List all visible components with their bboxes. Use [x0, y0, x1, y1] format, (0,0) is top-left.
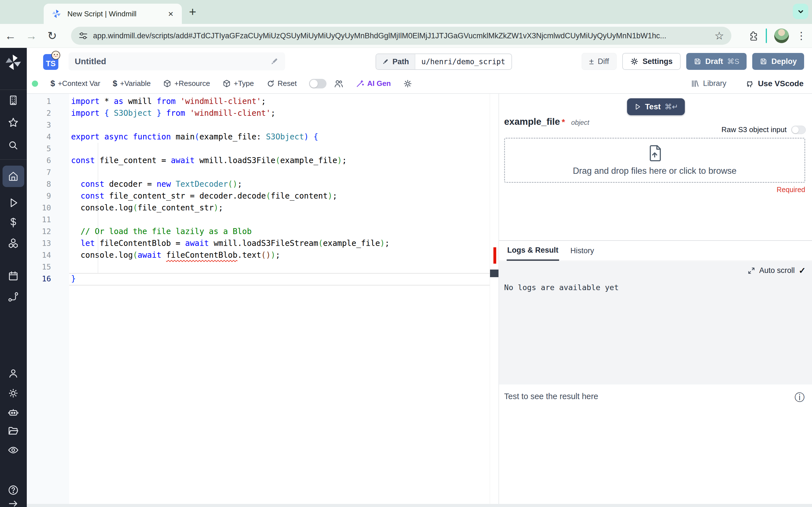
- sidebar-item-calendar[interactable]: [8, 270, 19, 282]
- auto-scroll-control[interactable]: Auto scroll ✓: [748, 266, 806, 276]
- line-number: 3: [27, 119, 51, 131]
- tab-close-icon[interactable]: ×: [166, 9, 175, 19]
- code-token: ): [327, 191, 333, 201]
- code-line[interactable]: const file_content = await wmill.loadS3F…: [71, 155, 487, 166]
- info-icon[interactable]: ⓘ: [795, 391, 805, 404]
- bottom-scrollbar-track[interactable]: [27, 504, 812, 507]
- code-token: (: [133, 250, 138, 260]
- code-line[interactable]: console.log(file_content_str);: [71, 202, 487, 214]
- reset-button[interactable]: Reset: [266, 79, 297, 88]
- browser-toolbar: ← → ↻ app.windmill.dev/scripts/add#JTdCJ…: [0, 24, 812, 48]
- test-button[interactable]: Test ⌘↵: [627, 98, 685, 115]
- reload-icon[interactable]: ↻: [42, 29, 63, 42]
- code-token: 'windmill-client': [181, 97, 261, 106]
- sidebar-item-help[interactable]: [8, 485, 19, 496]
- sidebar-item-star[interactable]: [8, 117, 19, 128]
- code-line[interactable]: export async function main(example_file:…: [71, 131, 487, 143]
- code-line[interactable]: import * as wmill from 'windmill-client'…: [71, 96, 487, 107]
- tab-history[interactable]: History: [570, 241, 594, 261]
- raw-s3-label: Raw S3 object input: [721, 125, 786, 134]
- add-context-var-button[interactable]: $ +Context Var: [50, 79, 100, 88]
- multiplayer-toggle[interactable]: [309, 79, 326, 89]
- add-resource-button[interactable]: +Resource: [163, 79, 210, 88]
- sidebar-item-arrow-right[interactable]: [8, 498, 19, 507]
- cube-icon: [222, 79, 231, 88]
- tab-search-button[interactable]: [793, 4, 808, 19]
- address-bar[interactable]: app.windmill.dev/scripts/add#JTdCJTIyaGF…: [71, 27, 731, 45]
- diff-icon: ±: [589, 57, 594, 66]
- profile-avatar[interactable]: [774, 29, 789, 43]
- code-line[interactable]: import { S3Object } from 'windmill-clien…: [71, 107, 487, 119]
- browser-tab-windmill[interactable]: New Script | Windmill ×: [44, 4, 182, 24]
- folder-icon: [8, 425, 19, 437]
- add-type-button[interactable]: +Type: [222, 79, 254, 88]
- sidebar-divider: [0, 90, 27, 90]
- code-token: [128, 132, 133, 142]
- sidebar-item-robot[interactable]: [8, 407, 19, 418]
- url-text[interactable]: app.windmill.dev/scripts/add#JTdCJTIyaGF…: [93, 32, 709, 40]
- sidebar-item-eye[interactable]: [8, 445, 19, 456]
- code-token: (: [275, 156, 280, 165]
- path-label-segment[interactable]: Path: [376, 54, 415, 69]
- ai-gen-button[interactable]: AI Gen: [356, 79, 391, 88]
- back-icon[interactable]: ←: [0, 30, 21, 42]
- sidebar-item-dollar[interactable]: [8, 217, 19, 228]
- scrollbar-thumb[interactable]: [490, 270, 499, 277]
- raw-s3-toggle[interactable]: [791, 126, 806, 134]
- file-dropzone[interactable]: Drag and drop files here or click to bro…: [504, 138, 805, 183]
- line-number: 6: [27, 155, 51, 166]
- settings-button[interactable]: Settings: [622, 53, 680, 70]
- use-vscode-button[interactable]: Use VScode: [744, 79, 804, 89]
- code-line[interactable]: // Or load the file lazily as a Blob: [71, 226, 487, 237]
- sidebar-item-search[interactable]: [8, 140, 19, 151]
- path-value[interactable]: u/henri/demo_script: [415, 54, 511, 69]
- sidebar-item-gear[interactable]: [8, 388, 19, 399]
- sidebar-item-person[interactable]: [8, 368, 19, 379]
- code-line[interactable]: console.log(await fileContentBlob.text()…: [71, 249, 487, 261]
- extensions-icon[interactable]: [748, 31, 758, 41]
- tab-logs-result[interactable]: Logs & Result: [507, 241, 559, 261]
- code-token: [100, 108, 104, 118]
- code-token: {: [104, 108, 109, 118]
- draft-button[interactable]: Draft ⌘S: [686, 53, 747, 70]
- edit-title-pencil-icon[interactable]: [270, 57, 279, 66]
- browser-menu-icon[interactable]: ⋮: [796, 30, 806, 42]
- code-token: S3Object: [114, 108, 152, 118]
- site-settings-icon[interactable]: [79, 31, 88, 41]
- code-line[interactable]: const decoder = new TextDecoder();: [71, 178, 487, 190]
- chevron-down-icon: [797, 7, 805, 16]
- tab-title: New Script | Windmill: [67, 10, 166, 18]
- code-editor[interactable]: 12345678910111213141516 import * as wmil…: [27, 94, 499, 507]
- code-line[interactable]: const file_content_str = decoder.decode(…: [71, 190, 487, 202]
- reset-label: Reset: [278, 79, 297, 88]
- code-token: await: [138, 250, 161, 260]
- tab-strip: New Script | Windmill × +: [0, 0, 812, 24]
- add-variable-button[interactable]: $ +Variable: [113, 79, 151, 88]
- code-line[interactable]: let fileContentBlob = await wmill.loadS3…: [71, 237, 487, 249]
- sidebar-item-route[interactable]: [8, 291, 19, 302]
- new-tab-button[interactable]: +: [185, 4, 200, 20]
- path-editor[interactable]: Path u/henri/demo_script: [375, 54, 512, 70]
- sidebar-item-home[interactable]: [8, 171, 19, 182]
- code-token: import: [71, 108, 100, 118]
- deploy-button[interactable]: Deploy: [752, 53, 804, 70]
- overview-ruler[interactable]: [490, 94, 499, 504]
- windmill-favicon: [52, 9, 61, 18]
- sidebar-divider: [0, 159, 27, 160]
- script-title-input[interactable]: Untitled: [68, 52, 285, 70]
- library-button[interactable]: Library: [691, 79, 726, 88]
- forward-icon[interactable]: →: [21, 30, 42, 42]
- code-line[interactable]: }: [71, 273, 487, 285]
- windmill-logo[interactable]: [4, 54, 22, 71]
- sidebar-item-play[interactable]: [8, 197, 19, 209]
- line-number: 2: [27, 107, 51, 119]
- sidebar-item-folder[interactable]: [8, 425, 19, 437]
- sidebar-item-cubes[interactable]: [8, 238, 19, 249]
- code-token: ;: [238, 179, 242, 189]
- bookmark-star-icon[interactable]: ☆: [714, 30, 724, 42]
- sidebar-item-building[interactable]: [8, 95, 19, 106]
- code-token: function: [133, 132, 171, 142]
- script-editor-header: TS Untitled Path u/henri/demo_script: [27, 48, 812, 74]
- editor-settings-gear-icon[interactable]: [403, 79, 412, 88]
- diff-button[interactable]: ± Diff: [581, 53, 617, 70]
